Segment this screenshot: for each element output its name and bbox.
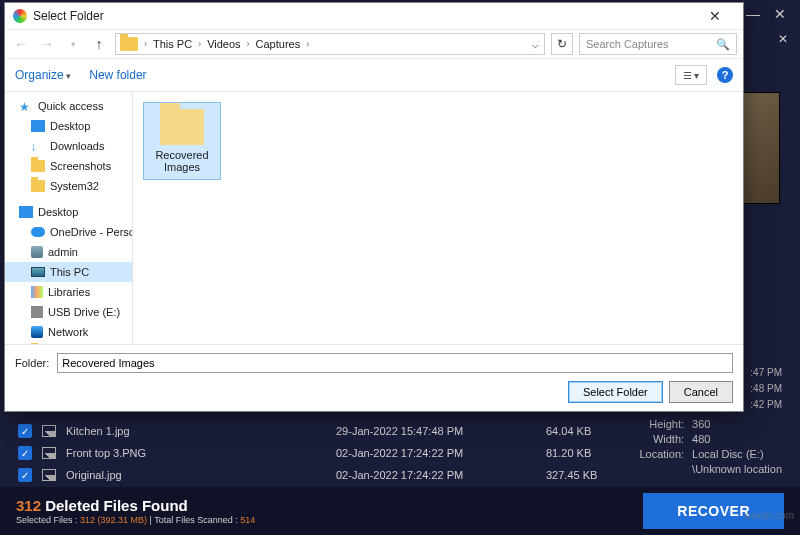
nav-toolbar: ← → ▾ ↑ › This PC › Videos › Captures › … bbox=[5, 29, 743, 59]
file-list: ✓ Kitchen 1.jpg 29-Jan-2022 15:47:48 PM … bbox=[18, 420, 640, 486]
file-name: Kitchen 1.jpg bbox=[66, 425, 326, 437]
desktop-icon bbox=[19, 206, 33, 218]
chevron-right-icon[interactable]: › bbox=[304, 39, 311, 49]
organize-menu[interactable]: Organize bbox=[15, 68, 71, 82]
image-icon bbox=[42, 425, 56, 437]
search-icon: 🔍 bbox=[716, 38, 730, 51]
folder-tile[interactable]: Recovered Images bbox=[143, 102, 221, 180]
footer-bar: 312 Deleted Files Found Selected Files :… bbox=[0, 487, 800, 535]
user-icon bbox=[31, 246, 43, 258]
partial-timestamps: :47 PM :48 PM :42 PM bbox=[750, 365, 782, 413]
dl-icon bbox=[31, 140, 45, 152]
tree-header[interactable]: ★Quick access bbox=[5, 96, 132, 116]
pc-icon bbox=[31, 267, 45, 277]
folder-icon bbox=[31, 180, 45, 192]
dialog-titlebar: Select Folder ✕ bbox=[5, 3, 743, 29]
select-folder-button[interactable]: Select Folder bbox=[568, 381, 663, 403]
forward-button[interactable]: → bbox=[37, 34, 57, 54]
file-name: Front top 3.PNG bbox=[66, 447, 326, 459]
tree-label: This PC bbox=[50, 266, 89, 278]
tree-item[interactable]: Downloads bbox=[5, 136, 132, 156]
table-row[interactable]: ✓ Kitchen 1.jpg 29-Jan-2022 15:47:48 PM … bbox=[18, 420, 640, 442]
panel-close-icon[interactable]: ✕ bbox=[778, 32, 788, 46]
star-icon: ★ bbox=[19, 100, 33, 112]
minimize-button[interactable]: — bbox=[746, 6, 760, 22]
tree-item[interactable]: System32 bbox=[5, 176, 132, 196]
folder-name: Recovered Images bbox=[146, 149, 218, 173]
tree-label: Libraries bbox=[48, 286, 90, 298]
checkbox[interactable]: ✓ bbox=[18, 424, 32, 438]
tree-label: Downloads bbox=[50, 140, 104, 152]
net-icon bbox=[31, 326, 43, 338]
lib-icon bbox=[31, 286, 43, 298]
close-button[interactable]: ✕ bbox=[774, 6, 786, 22]
tree-label: Desktop bbox=[38, 206, 78, 218]
tree-item[interactable]: Desktop bbox=[5, 116, 132, 136]
breadcrumb-segment[interactable]: Videos bbox=[203, 38, 244, 50]
select-folder-dialog: Select Folder ✕ ← → ▾ ↑ › This PC › Vide… bbox=[4, 2, 744, 412]
breadcrumb-segment[interactable]: This PC bbox=[149, 38, 196, 50]
dialog-close-button[interactable]: ✕ bbox=[695, 8, 735, 24]
file-size: 327.45 KB bbox=[546, 469, 626, 481]
file-size: 64.04 KB bbox=[546, 425, 626, 437]
chevron-right-icon[interactable]: › bbox=[196, 39, 203, 49]
file-size: 81.20 KB bbox=[546, 447, 626, 459]
tree-item[interactable]: This PC bbox=[5, 262, 132, 282]
new-folder-button[interactable]: New folder bbox=[89, 68, 146, 82]
tree-item[interactable]: OneDrive - Persona bbox=[5, 222, 132, 242]
checkbox[interactable]: ✓ bbox=[18, 468, 32, 482]
folder-view[interactable]: Recovered Images bbox=[133, 92, 743, 344]
breadcrumb[interactable]: › This PC › Videos › Captures › ⌵ bbox=[115, 33, 545, 55]
tree-label: USB Drive (E:) bbox=[48, 306, 120, 318]
chevron-right-icon[interactable]: › bbox=[142, 39, 149, 49]
image-icon bbox=[42, 447, 56, 459]
refresh-button[interactable]: ↻ bbox=[551, 33, 573, 55]
folder-icon bbox=[160, 109, 204, 145]
tree-label: Desktop bbox=[50, 120, 90, 132]
tree-item[interactable]: USB Drive (E:) bbox=[5, 302, 132, 322]
tree-item[interactable]: Screenshots bbox=[5, 156, 132, 176]
folder-name-input[interactable] bbox=[57, 353, 733, 373]
up-button[interactable]: ↑ bbox=[89, 34, 109, 54]
search-input[interactable]: Search Captures 🔍 bbox=[579, 33, 737, 55]
desktop-icon bbox=[31, 120, 45, 132]
help-icon[interactable]: ? bbox=[717, 67, 733, 83]
tree-label: Quick access bbox=[38, 100, 103, 112]
folder-label: Folder: bbox=[15, 357, 49, 369]
chevron-right-icon[interactable]: › bbox=[245, 39, 252, 49]
file-metadata: Height:360 Width:480 Location:Local Disc… bbox=[634, 418, 782, 478]
watermark: wsxdn.com bbox=[744, 510, 794, 521]
file-date: 29-Jan-2022 15:47:48 PM bbox=[336, 425, 536, 437]
search-placeholder: Search Captures bbox=[586, 38, 669, 50]
tree-label: OneDrive - Persona bbox=[50, 226, 133, 238]
app-icon bbox=[13, 9, 27, 23]
image-icon bbox=[42, 469, 56, 481]
tree-item[interactable]: Libraries bbox=[5, 282, 132, 302]
table-row[interactable]: ✓ Front top 3.PNG 02-Jan-2022 17:24:22 P… bbox=[18, 442, 640, 464]
tree-header[interactable]: Desktop bbox=[5, 202, 132, 222]
back-button[interactable]: ← bbox=[11, 34, 31, 54]
tree-item[interactable]: admin bbox=[5, 242, 132, 262]
footer-summary: 312 Deleted Files Found Selected Files :… bbox=[16, 497, 255, 525]
nav-tree: ★Quick accessDesktopDownloadsScreenshots… bbox=[5, 92, 133, 344]
cloud-icon bbox=[31, 227, 45, 237]
dialog-title: Select Folder bbox=[33, 9, 104, 23]
deleted-count: 312 bbox=[16, 497, 41, 514]
tree-label: admin bbox=[48, 246, 78, 258]
chevron-down-icon[interactable]: ⌵ bbox=[526, 38, 544, 51]
usb-icon bbox=[31, 306, 43, 318]
table-row[interactable]: ✓ Original.jpg 02-Jan-2022 17:24:22 PM 3… bbox=[18, 464, 640, 486]
tree-item[interactable]: Network bbox=[5, 322, 132, 342]
breadcrumb-segment[interactable]: Captures bbox=[252, 38, 305, 50]
checkbox[interactable]: ✓ bbox=[18, 446, 32, 460]
recent-locations-button[interactable]: ▾ bbox=[63, 34, 83, 54]
tree-label: Screenshots bbox=[50, 160, 111, 172]
file-date: 02-Jan-2022 17:24:22 PM bbox=[336, 469, 536, 481]
dialog-footer: Folder: Select Folder Cancel bbox=[5, 344, 743, 411]
folder-icon bbox=[120, 37, 138, 51]
view-button[interactable]: ☰ ▾ bbox=[675, 65, 707, 85]
tree-label: System32 bbox=[50, 180, 99, 192]
file-date: 02-Jan-2022 17:24:22 PM bbox=[336, 447, 536, 459]
command-toolbar: Organize New folder ☰ ▾ ? bbox=[5, 59, 743, 91]
cancel-button[interactable]: Cancel bbox=[669, 381, 733, 403]
